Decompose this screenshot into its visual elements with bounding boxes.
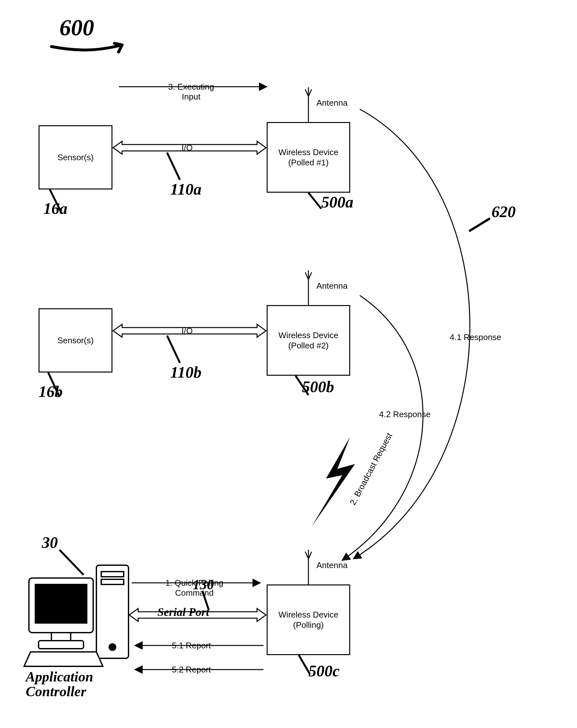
figure-ref-stroke <box>51 43 122 52</box>
report-1-label: 5.1 Report <box>172 641 211 651</box>
svg-rect-4 <box>101 572 124 577</box>
app-ref-tick <box>59 550 83 575</box>
io1-ref-tick <box>167 153 180 180</box>
app-controller-ref: 30 <box>42 533 58 552</box>
antenna-3-icon <box>305 550 311 584</box>
dev1-ref-tick <box>308 193 321 209</box>
group-ref: 620 <box>492 202 516 221</box>
svg-rect-10 <box>39 641 83 649</box>
antenna-3-label: Antenna <box>317 561 348 570</box>
io-2-label: I/O <box>181 326 193 336</box>
broadcast-bolt-icon <box>311 437 355 527</box>
io-2-ref: 110b <box>170 363 201 382</box>
svg-point-6 <box>109 644 116 650</box>
io-1-label: I/O <box>181 143 193 153</box>
exec-input-label: 3. Executing Input <box>151 82 231 102</box>
response-2-arc <box>342 295 423 561</box>
antenna-2-icon <box>305 270 311 305</box>
io-1-ref: 110a <box>170 180 201 199</box>
figure-ref: 600 <box>59 15 94 41</box>
svg-rect-5 <box>101 579 124 584</box>
svg-rect-8 <box>35 584 87 623</box>
app-controller-label: Application Controller <box>26 670 93 699</box>
svg-overlay <box>0 0 577 728</box>
app-controller-icon <box>24 565 128 666</box>
antenna-1-icon <box>305 87 311 122</box>
response-2-label: 4.2 Response <box>379 410 430 419</box>
antenna-1-label: Antenna <box>317 98 348 108</box>
response-1-label: 4.1 Response <box>450 332 501 342</box>
io2-ref-tick <box>167 336 180 363</box>
s1-ref-tick <box>50 189 61 212</box>
svg-rect-9 <box>51 633 71 641</box>
antenna-2-label: Antenna <box>317 281 348 291</box>
s2-ref-tick <box>48 372 59 397</box>
group-ref-tick <box>469 218 490 231</box>
diagram-canvas: Sensor(s) 16a Wireless Device (Polled #1… <box>0 0 577 728</box>
serial-label: Serial Port <box>157 605 209 619</box>
dev2-ref-tick <box>296 376 308 395</box>
poll-cmd-label: 1. Quick Polling Command <box>148 578 241 598</box>
report-2-label: 5.2 Report <box>172 665 211 675</box>
dev3-ref-tick <box>299 655 310 674</box>
